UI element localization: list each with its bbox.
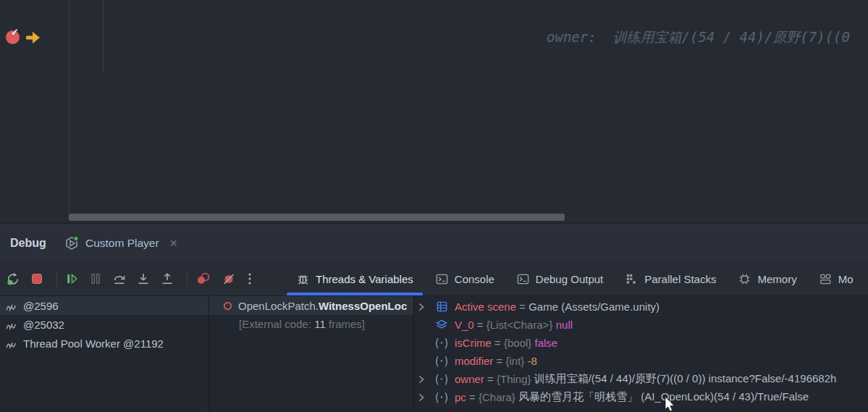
tab-label: Console bbox=[455, 273, 494, 285]
frame-row-external[interactable]: [External code: 11 frames] bbox=[209, 315, 413, 334]
scrollbar-thumb[interactable] bbox=[69, 214, 565, 221]
tab-label: Memory bbox=[757, 273, 796, 285]
thread-label: @25032 bbox=[23, 319, 64, 331]
scene-grid-icon bbox=[434, 300, 450, 313]
toolbar-separator bbox=[56, 271, 57, 287]
terminal-icon bbox=[435, 272, 449, 286]
rerun-debugger-icon[interactable] bbox=[6, 272, 20, 286]
debug-toolbar: Threads & Variables Console bbox=[0, 262, 868, 296]
variable-value: null bbox=[556, 319, 573, 331]
editor-line-45[interactable]: 45 } bbox=[0, 98, 868, 123]
tab-parallel-stacks[interactable]: Parallel Stacks bbox=[614, 262, 727, 295]
frame-breakpoint-circle-icon bbox=[223, 301, 232, 311]
breakpoint-check-icon: ✓ bbox=[11, 27, 19, 38]
frame-label: OpenLockPatch.WitnessOpenLoc bbox=[238, 300, 407, 312]
variable-value: Game (Assets/Game.unity) bbox=[528, 300, 660, 313]
close-icon[interactable]: ✕ bbox=[169, 237, 178, 249]
debugger-inline-hint: owner: 训练用宝箱/(54 / 44)/原野(7)((0 bbox=[547, 25, 850, 49]
variable-row[interactable]: V_0 = {List<Chara>} null bbox=[414, 316, 868, 334]
tab-memory[interactable]: Memory bbox=[727, 262, 807, 295]
chevron-right-icon[interactable] bbox=[418, 303, 429, 311]
debugger-bug-icon bbox=[296, 272, 310, 286]
thread-icon bbox=[5, 337, 17, 350]
editor-line-41[interactable]: 41 bbox=[0, 0, 868, 25]
stop-icon[interactable] bbox=[30, 272, 44, 286]
variable-row[interactable]: () owner = {Thing} 训练用宝箱/(54 / 44)/原野(7)… bbox=[414, 370, 868, 388]
thread-label: @2596 bbox=[23, 300, 59, 312]
breakpoints-muted-icon[interactable] bbox=[222, 272, 236, 286]
mute-breakpoints-icon[interactable] bbox=[195, 272, 212, 286]
editor-line-43[interactable]: 43 witnesses.Do(w ⇒ KocMod.Log(w.Name)); bbox=[0, 49, 868, 74]
tab-debug-output[interactable]: Debug Output bbox=[505, 262, 614, 295]
debugger-view-tabs: Threads & Variables Console bbox=[285, 262, 864, 295]
variable-name: Active scene bbox=[455, 300, 516, 313]
variable-name: V_0 bbox=[455, 319, 474, 331]
local-variable-icon: () bbox=[434, 391, 450, 404]
tab-console[interactable]: Console bbox=[424, 262, 505, 295]
variable-row[interactable]: Active scene = Game (Assets/Game.unity) bbox=[414, 298, 868, 316]
selected-tab-underline bbox=[287, 293, 423, 295]
step-over-icon[interactable] bbox=[112, 272, 127, 286]
variables-pane: Active scene = Game (Assets/Game.unity) … bbox=[414, 298, 868, 412]
gutter-line-42: ✓ bbox=[6, 30, 64, 46]
chevron-right-icon[interactable] bbox=[418, 375, 429, 384]
thread-row[interactable]: Thread Pool Worker @21192 bbox=[0, 334, 208, 353]
tab-label: Mo bbox=[838, 273, 854, 285]
step-into-icon[interactable] bbox=[136, 272, 151, 286]
frames-pane: OpenLockPatch.WitnessOpenLoc [External c… bbox=[209, 296, 413, 412]
variable-value: false bbox=[535, 337, 558, 349]
unity-player-icon bbox=[64, 235, 80, 251]
chevron-right-icon[interactable] bbox=[418, 393, 429, 402]
code-editor[interactable]: 41 var witnesses = owner.pos.ListWitness… bbox=[0, 0, 868, 212]
terminal-icon bbox=[516, 272, 530, 286]
local-variable-icon: () bbox=[434, 373, 450, 386]
local-variable-icon: () bbox=[434, 355, 450, 368]
pause-program-icon[interactable] bbox=[88, 272, 103, 286]
mouse-cursor bbox=[665, 397, 678, 412]
local-variable-icon: () bbox=[434, 337, 450, 350]
variable-name: pc bbox=[455, 391, 466, 403]
session-tab-custom-player[interactable]: Custom Player ✕ bbox=[54, 224, 183, 263]
variable-row[interactable]: () isCrime = {bool} false bbox=[414, 334, 868, 352]
tab-label: Threads & Variables bbox=[316, 273, 413, 285]
tab-label: Debug Output bbox=[536, 273, 603, 285]
variable-row[interactable]: () modifier = {int} -8 bbox=[414, 352, 868, 370]
memory-chip-icon bbox=[738, 272, 751, 286]
editor-line-44[interactable]: 44 } bbox=[0, 74, 868, 98]
variable-name: modifier bbox=[455, 355, 493, 367]
step-out-icon[interactable] bbox=[160, 272, 174, 286]
resume-program-icon[interactable] bbox=[64, 272, 79, 286]
thread-row[interactable]: @25032 bbox=[0, 315, 208, 334]
thread-icon bbox=[5, 300, 17, 312]
horizontal-scrollbar[interactable] bbox=[0, 212, 868, 223]
thread-row[interactable]: @2596 bbox=[0, 296, 208, 315]
toolbar-separator bbox=[187, 271, 187, 287]
thread-icon bbox=[5, 319, 17, 331]
verified-breakpoint-icon[interactable]: ✓ bbox=[6, 30, 20, 44]
editor-line-42[interactable]: var witnesses = owner.pos.ListWitnesses(… bbox=[0, 25, 868, 49]
modules-icon bbox=[819, 272, 833, 286]
session-tab-label: Custom Player bbox=[85, 237, 159, 250]
execution-pointer-icon bbox=[25, 31, 43, 44]
threads-pane: @2596 @25032 Thread Pool bbox=[0, 296, 208, 412]
variable-name: isCrime bbox=[455, 337, 492, 349]
toolwindow-title: Debug bbox=[10, 224, 46, 263]
variable-value: 风暴的雪月花「明栈雪」 (AI_OpenLock)(54 / 43)/True/… bbox=[518, 390, 809, 404]
debug-toolwindow-header: Debug Custom Player ✕ bbox=[0, 223, 868, 262]
tab-modules-truncated[interactable]: Mo bbox=[808, 262, 864, 295]
variable-row[interactable]: () pc = {Chara} 风暴的雪月花「明栈雪」 (AI_OpenLock… bbox=[414, 388, 868, 406]
variable-value: 训练用宝箱/(54 / 44)/原野(7)((0 / 0)) instance?… bbox=[534, 372, 837, 386]
thread-label: Thread Pool Worker @21192 bbox=[23, 337, 164, 350]
frame-row-selected[interactable]: OpenLockPatch.WitnessOpenLoc bbox=[209, 296, 413, 315]
tab-threads-variables[interactable]: Threads & Variables bbox=[285, 262, 424, 295]
ide-debug-window: 41 var witnesses = owner.pos.ListWitness… bbox=[0, 0, 868, 412]
parallel-stacks-icon bbox=[625, 272, 639, 286]
tab-label: Parallel Stacks bbox=[644, 273, 716, 285]
debugger-content: @2596 @25032 Thread Pool bbox=[0, 296, 868, 412]
stack-value-icon bbox=[434, 319, 450, 332]
variable-name: owner bbox=[455, 373, 484, 385]
variable-value: -8 bbox=[528, 355, 537, 367]
more-options-icon[interactable] bbox=[245, 272, 254, 286]
